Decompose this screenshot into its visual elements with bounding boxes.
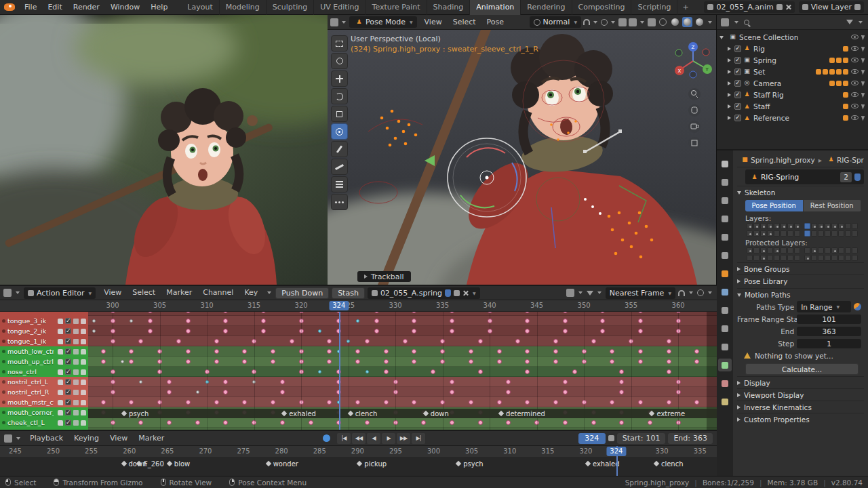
channel-nostril-ctrl-l[interactable]: nostril_ctrl_L — [0, 377, 88, 387]
timeline-menu-keying[interactable]: Keying — [68, 431, 104, 446]
mute-icon[interactable] — [73, 380, 79, 385]
breakdown-keyframe[interactable] — [347, 340, 350, 343]
keyframe-row[interactable] — [88, 336, 717, 346]
field-value-frame-range-start[interactable]: 101 — [797, 314, 861, 324]
keyframe[interactable] — [412, 329, 416, 333]
layer-toggle[interactable] — [811, 247, 817, 253]
keyframe[interactable] — [450, 319, 454, 323]
keyframe[interactable] — [412, 319, 416, 323]
keyframe[interactable] — [478, 339, 483, 344]
keyframe[interactable] — [619, 420, 624, 425]
blender-logo-icon[interactable] — [4, 3, 15, 11]
properties-tab-texture[interactable] — [718, 395, 732, 408]
keyframe[interactable] — [667, 359, 671, 364]
layer-toggle[interactable] — [760, 247, 766, 253]
section-custom-properties[interactable]: Custom Properties — [737, 413, 864, 425]
mute-icon[interactable] — [73, 400, 79, 405]
modifier-icon[interactable] — [58, 329, 63, 334]
keyframe[interactable] — [214, 339, 219, 344]
outliner-row-scene-collection[interactable]: Scene Collection — [717, 31, 868, 43]
overlays-caret[interactable] — [640, 21, 644, 24]
tool-annotate[interactable] — [331, 141, 348, 157]
layer-toggle[interactable] — [760, 223, 766, 229]
hide-in-viewport-toggle[interactable] — [851, 104, 859, 108]
view-layer-name[interactable]: View Layer — [811, 3, 852, 12]
keyframe[interactable] — [563, 420, 568, 425]
layer-toggle[interactable] — [774, 255, 780, 261]
keyframe[interactable] — [450, 380, 454, 384]
keyframe[interactable] — [694, 349, 699, 354]
keyframe[interactable] — [582, 349, 587, 354]
lock-icon[interactable] — [81, 410, 86, 415]
keyframe[interactable] — [629, 339, 633, 344]
keyframe[interactable] — [600, 319, 605, 323]
layer-toggle[interactable] — [774, 223, 780, 229]
keyframe[interactable] — [299, 369, 304, 374]
keyframe[interactable] — [271, 349, 275, 354]
keyframe[interactable] — [101, 359, 106, 364]
section-display[interactable]: Display — [737, 376, 864, 388]
layer-toggle[interactable] — [794, 223, 800, 229]
unselected-keyframe[interactable] — [92, 329, 96, 333]
keyframe[interactable] — [648, 420, 652, 425]
keyframe-row[interactable] — [88, 346, 717, 357]
layer-toggle[interactable] — [787, 230, 793, 237]
keyframe[interactable] — [271, 359, 275, 364]
keyframe[interactable] — [186, 312, 191, 313]
marker-exhaled[interactable]: exhaled — [282, 409, 316, 418]
marker-wonder[interactable]: wonder — [267, 459, 298, 468]
trackball-hint[interactable]: Trackball — [357, 271, 411, 282]
selectable-toggle[interactable] — [861, 115, 866, 121]
workspace-tab-animation[interactable]: Animation — [470, 0, 521, 15]
keyframe[interactable] — [148, 329, 153, 333]
field-value-step[interactable]: 1 — [797, 339, 861, 348]
dope-sheet-ruler[interactable]: 300305310315320325330335340345350355360 — [0, 300, 717, 312]
keyframe-row[interactable] — [88, 387, 717, 397]
layer-toggle[interactable] — [767, 255, 773, 261]
workspace-tab-shading[interactable]: Shading — [427, 0, 471, 15]
tool-select-box[interactable] — [331, 35, 348, 52]
keyframe[interactable] — [261, 319, 266, 323]
layer-toggle[interactable] — [760, 230, 766, 237]
collection-checkbox[interactable] — [734, 103, 741, 110]
unselected-keyframe[interactable] — [252, 380, 256, 384]
field-value-end[interactable]: 363 — [797, 327, 861, 336]
new-layer-icon[interactable] — [854, 4, 861, 10]
keyframe-row[interactable] — [88, 357, 717, 367]
keyframe[interactable] — [223, 312, 228, 313]
keyframe[interactable] — [525, 329, 530, 333]
keyframe[interactable] — [638, 319, 643, 323]
marker-down[interactable]: down — [424, 409, 449, 418]
keyframe[interactable] — [563, 390, 568, 394]
hide-in-viewport-toggle[interactable] — [851, 92, 859, 97]
keyframe[interactable] — [384, 359, 389, 364]
keyframe[interactable] — [111, 339, 115, 344]
keyframe[interactable] — [497, 349, 502, 354]
disclosure-icon[interactable] — [728, 116, 731, 120]
marker-clench[interactable]: clench — [349, 409, 378, 418]
selectable-toggle[interactable] — [861, 57, 866, 63]
keyframe[interactable] — [327, 349, 332, 354]
keyframe[interactable] — [412, 400, 416, 405]
keyframe[interactable] — [327, 359, 332, 364]
layer-toggle[interactable] — [753, 230, 760, 237]
keyframe[interactable] — [384, 349, 389, 354]
collection-checkbox[interactable] — [734, 68, 741, 75]
workspace-tab-sculpting[interactable]: Sculpting — [267, 0, 314, 15]
keyframe[interactable] — [157, 359, 162, 364]
jump-to-start-button[interactable]: |◀ — [337, 433, 351, 444]
keyframe[interactable] — [638, 329, 643, 333]
camera-viewport[interactable] — [0, 15, 328, 285]
scene-name[interactable]: 02_055_A.anim — [716, 3, 773, 12]
keyframe[interactable] — [355, 400, 360, 405]
start-frame-field[interactable]: Start: 101 — [617, 433, 666, 444]
keyframe[interactable] — [205, 369, 210, 374]
keyframe[interactable] — [111, 369, 115, 374]
collection-checkbox[interactable] — [734, 57, 741, 64]
keyframe[interactable] — [638, 349, 643, 354]
keyframe[interactable] — [440, 359, 445, 364]
properties-tab-output[interactable] — [718, 194, 732, 207]
selectable-toggle[interactable] — [861, 34, 866, 40]
channel-tongue-2-ik[interactable]: tongue_2_ik — [0, 326, 88, 336]
keyframe[interactable] — [299, 359, 304, 364]
